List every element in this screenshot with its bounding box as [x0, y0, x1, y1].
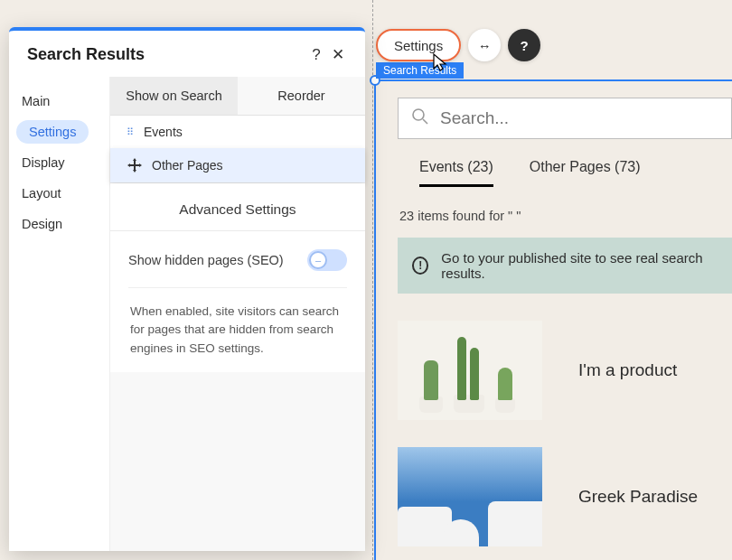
list-item-label: Other Pages — [152, 158, 223, 173]
sidebar-item-main[interactable]: Main — [9, 86, 109, 117]
info-icon: ! — [412, 257, 428, 275]
sidebar-item-settings[interactable]: Settings — [16, 120, 89, 144]
help-icon: ? — [521, 38, 529, 53]
toggle-label: Show hidden pages (SEO) — [128, 253, 284, 267]
results-count: 23 items found for " " — [399, 209, 732, 223]
result-item[interactable]: I'm a product — [398, 321, 732, 420]
results-tab-other[interactable]: Other Pages (73) — [530, 159, 641, 187]
panel-content: Show on Search Reorder ⠿ Events Other Pa… — [110, 77, 365, 551]
result-title: I'm a product — [578, 360, 677, 380]
result-title: Greek Paradise — [578, 487, 698, 507]
search-input[interactable] — [440, 108, 718, 128]
result-thumbnail — [398, 321, 542, 420]
result-thumbnail — [398, 447, 542, 546]
preview-notice: ! Go to your published site to see real … — [398, 238, 732, 294]
list-item[interactable]: Other Pages — [110, 148, 365, 182]
search-input-wrapper[interactable] — [398, 98, 732, 139]
toggle-description: When enabled, site visitors can search f… — [128, 288, 347, 372]
hidden-pages-toggle-row: Show hidden pages (SEO) – — [128, 249, 347, 288]
sidebar-item-design[interactable]: Design — [9, 209, 109, 239]
panel-header: Search Results ? ✕ — [9, 31, 365, 77]
sidebar-item-layout[interactable]: Layout — [9, 178, 109, 209]
notice-text: Go to your published site to see real se… — [441, 250, 718, 281]
result-item[interactable]: Greek Paradise — [398, 447, 732, 546]
results-tab-events[interactable]: Events (23) — [419, 159, 493, 187]
list-item[interactable]: ⠿ Events — [110, 116, 365, 148]
toggle-knob: – — [309, 251, 327, 269]
svg-line-1 — [423, 119, 427, 124]
settings-button[interactable]: Settings — [376, 29, 461, 61]
search-preview: Events (23) Other Pages (73) 23 items fo… — [398, 98, 732, 560]
content-tabs: Show on Search Reorder — [110, 77, 365, 116]
reorder-list: ⠿ Events Other Pages — [110, 116, 365, 183]
results-list: I'm a product Greek Paradise — [398, 321, 732, 546]
tab-show-on-search[interactable]: Show on Search — [110, 77, 238, 116]
settings-panel: Search Results ? ✕ Main Settings Display… — [9, 27, 365, 551]
stretch-icon: ↔ — [478, 38, 492, 53]
panel-help-button[interactable]: ? — [305, 46, 327, 64]
panel-sidebar: Main Settings Display Layout Design — [9, 77, 110, 551]
tab-reorder[interactable]: Reorder — [238, 77, 365, 116]
advanced-heading: Advanced Settings — [110, 183, 365, 231]
move-icon[interactable] — [127, 157, 143, 173]
selection-label: Search Results — [376, 62, 464, 79]
sidebar-item-display[interactable]: Display — [9, 147, 109, 178]
drag-handle-icon[interactable]: ⠿ — [127, 126, 135, 138]
list-item-label: Events — [144, 125, 183, 139]
hidden-pages-toggle[interactable]: – — [307, 249, 347, 271]
panel-title: Search Results — [27, 45, 305, 64]
svg-point-0 — [413, 109, 424, 120]
results-tabs: Events (23) Other Pages (73) — [398, 159, 732, 187]
panel-close-button[interactable]: ✕ — [327, 45, 349, 64]
stretch-button[interactable]: ↔ — [468, 29, 501, 61]
search-icon — [411, 107, 429, 130]
help-button[interactable]: ? — [508, 29, 540, 61]
element-toolbar: Settings ↔ ? — [376, 29, 540, 61]
